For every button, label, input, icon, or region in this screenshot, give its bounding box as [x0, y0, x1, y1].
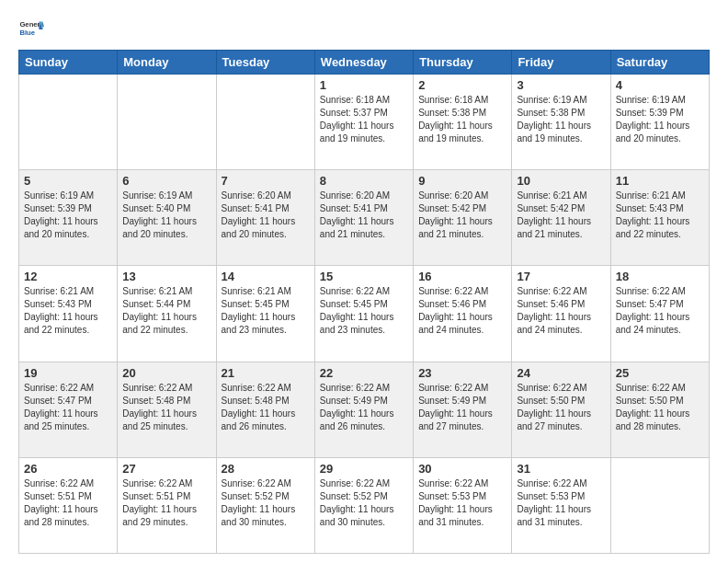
calendar-cell: 2Sunrise: 6:18 AMSunset: 5:38 PMDaylight…	[414, 75, 512, 170]
day-number: 7	[222, 174, 310, 188]
day-number: 9	[418, 174, 506, 188]
day-info: Sunrise: 6:20 AMSunset: 5:41 PMDaylight:…	[320, 190, 394, 239]
day-number: 18	[616, 270, 704, 283]
calendar-cell: 8Sunrise: 6:20 AMSunset: 5:41 PMDaylight…	[314, 170, 413, 266]
calendar-cell: 6Sunrise: 6:19 AMSunset: 5:40 PMDaylight…	[118, 170, 216, 266]
calendar-cell: 18Sunrise: 6:22 AMSunset: 5:47 PMDayligh…	[610, 266, 709, 362]
calendar-cell: 29Sunrise: 6:22 AMSunset: 5:52 PMDayligh…	[314, 457, 413, 553]
day-info: Sunrise: 6:22 AMSunset: 5:47 PMDaylight:…	[24, 383, 98, 431]
day-info: Sunrise: 6:22 AMSunset: 5:50 PMDaylight:…	[517, 383, 591, 431]
calendar-cell	[610, 457, 709, 553]
day-number: 8	[320, 174, 408, 188]
calendar-cell: 7Sunrise: 6:20 AMSunset: 5:41 PMDaylight…	[216, 170, 314, 266]
day-info: Sunrise: 6:21 AMSunset: 5:44 PMDaylight:…	[122, 286, 197, 335]
calendar-cell: 22Sunrise: 6:22 AMSunset: 5:49 PMDayligh…	[314, 362, 413, 457]
calendar-cell: 31Sunrise: 6:22 AMSunset: 5:53 PMDayligh…	[512, 457, 610, 553]
day-number: 21	[222, 366, 310, 380]
day-info: Sunrise: 6:21 AMSunset: 5:45 PMDaylight:…	[222, 286, 296, 335]
calendar-cell: 15Sunrise: 6:22 AMSunset: 5:45 PMDayligh…	[314, 266, 413, 362]
day-number: 11	[616, 174, 704, 188]
day-info: Sunrise: 6:22 AMSunset: 5:53 PMDaylight:…	[418, 478, 493, 527]
svg-text:Blue: Blue	[19, 29, 35, 37]
week-row-4: 19Sunrise: 6:22 AMSunset: 5:47 PMDayligh…	[19, 362, 710, 457]
calendar-cell: 1Sunrise: 6:18 AMSunset: 5:37 PMDaylight…	[314, 75, 413, 170]
day-number: 27	[122, 462, 210, 476]
day-info: Sunrise: 6:20 AMSunset: 5:42 PMDaylight:…	[418, 190, 493, 239]
calendar-cell: 23Sunrise: 6:22 AMSunset: 5:49 PMDayligh…	[414, 362, 512, 457]
calendar-cell	[118, 75, 216, 170]
calendar-cell: 5Sunrise: 6:19 AMSunset: 5:39 PMDaylight…	[19, 170, 118, 266]
day-info: Sunrise: 6:19 AMSunset: 5:38 PMDaylight:…	[517, 95, 591, 144]
day-info: Sunrise: 6:21 AMSunset: 5:43 PMDaylight:…	[616, 190, 690, 239]
logo: General Blue	[18, 15, 44, 42]
day-number: 3	[517, 78, 605, 92]
day-info: Sunrise: 6:21 AMSunset: 5:43 PMDaylight:…	[24, 286, 98, 335]
calendar-cell: 9Sunrise: 6:20 AMSunset: 5:42 PMDaylight…	[414, 170, 512, 266]
day-info: Sunrise: 6:22 AMSunset: 5:46 PMDaylight:…	[418, 286, 493, 335]
day-info: Sunrise: 6:22 AMSunset: 5:52 PMDaylight:…	[320, 478, 394, 527]
calendar-table: SundayMondayTuesdayWednesdayThursdayFrid…	[18, 50, 710, 554]
day-number: 24	[517, 366, 605, 380]
weekday-header-row: SundayMondayTuesdayWednesdayThursdayFrid…	[19, 51, 710, 75]
week-row-3: 12Sunrise: 6:21 AMSunset: 5:43 PMDayligh…	[19, 266, 710, 362]
day-number: 30	[418, 462, 506, 476]
calendar-cell	[19, 75, 118, 170]
day-info: Sunrise: 6:19 AMSunset: 5:39 PMDaylight:…	[24, 190, 98, 239]
day-info: Sunrise: 6:22 AMSunset: 5:45 PMDaylight:…	[320, 286, 394, 335]
day-number: 26	[24, 462, 112, 476]
calendar-cell: 28Sunrise: 6:22 AMSunset: 5:52 PMDayligh…	[216, 457, 314, 553]
day-number: 29	[320, 462, 408, 476]
calendar-cell: 13Sunrise: 6:21 AMSunset: 5:44 PMDayligh…	[118, 266, 216, 362]
day-number: 2	[418, 78, 506, 92]
day-info: Sunrise: 6:22 AMSunset: 5:52 PMDaylight:…	[222, 478, 296, 527]
day-info: Sunrise: 6:18 AMSunset: 5:37 PMDaylight:…	[320, 95, 394, 144]
day-info: Sunrise: 6:20 AMSunset: 5:41 PMDaylight:…	[222, 190, 296, 239]
day-info: Sunrise: 6:22 AMSunset: 5:51 PMDaylight:…	[24, 478, 98, 527]
calendar-cell: 14Sunrise: 6:21 AMSunset: 5:45 PMDayligh…	[216, 266, 314, 362]
weekday-header-monday: Monday	[118, 51, 216, 75]
day-number: 1	[320, 78, 408, 92]
calendar-cell: 25Sunrise: 6:22 AMSunset: 5:50 PMDayligh…	[610, 362, 709, 457]
weekday-header-tuesday: Tuesday	[216, 51, 314, 75]
calendar-cell: 19Sunrise: 6:22 AMSunset: 5:47 PMDayligh…	[19, 362, 118, 457]
weekday-header-wednesday: Wednesday	[314, 51, 413, 75]
calendar-cell	[216, 75, 314, 170]
calendar-cell: 30Sunrise: 6:22 AMSunset: 5:53 PMDayligh…	[414, 457, 512, 553]
calendar-cell: 26Sunrise: 6:22 AMSunset: 5:51 PMDayligh…	[19, 457, 118, 553]
day-number: 19	[24, 366, 112, 380]
calendar-cell: 20Sunrise: 6:22 AMSunset: 5:48 PMDayligh…	[118, 362, 216, 457]
day-info: Sunrise: 6:22 AMSunset: 5:46 PMDaylight:…	[517, 286, 591, 335]
calendar-cell: 24Sunrise: 6:22 AMSunset: 5:50 PMDayligh…	[512, 362, 610, 457]
weekday-header-saturday: Saturday	[610, 51, 709, 75]
day-number: 20	[122, 366, 210, 380]
day-info: Sunrise: 6:22 AMSunset: 5:49 PMDaylight:…	[320, 383, 394, 431]
calendar-cell: 10Sunrise: 6:21 AMSunset: 5:42 PMDayligh…	[512, 170, 610, 266]
day-info: Sunrise: 6:22 AMSunset: 5:51 PMDaylight:…	[122, 478, 197, 527]
day-number: 28	[222, 462, 310, 476]
calendar-cell: 21Sunrise: 6:22 AMSunset: 5:48 PMDayligh…	[216, 362, 314, 457]
calendar-cell: 27Sunrise: 6:22 AMSunset: 5:51 PMDayligh…	[118, 457, 216, 553]
day-info: Sunrise: 6:21 AMSunset: 5:42 PMDaylight:…	[517, 190, 591, 239]
day-info: Sunrise: 6:19 AMSunset: 5:39 PMDaylight:…	[616, 95, 690, 144]
page: General Blue SundayMondayTuesdayWednesda…	[0, 0, 728, 563]
week-row-2: 5Sunrise: 6:19 AMSunset: 5:39 PMDaylight…	[19, 170, 710, 266]
day-number: 16	[418, 270, 506, 283]
calendar-cell: 4Sunrise: 6:19 AMSunset: 5:39 PMDaylight…	[610, 75, 709, 170]
logo-icon: General Blue	[18, 17, 44, 42]
day-info: Sunrise: 6:22 AMSunset: 5:53 PMDaylight:…	[517, 478, 591, 527]
week-row-1: 1Sunrise: 6:18 AMSunset: 5:37 PMDaylight…	[19, 75, 710, 170]
weekday-header-thursday: Thursday	[414, 51, 512, 75]
calendar-cell: 11Sunrise: 6:21 AMSunset: 5:43 PMDayligh…	[610, 170, 709, 266]
day-number: 12	[24, 270, 112, 283]
day-number: 13	[122, 270, 210, 283]
day-number: 25	[616, 366, 704, 380]
day-number: 6	[122, 174, 210, 188]
day-info: Sunrise: 6:22 AMSunset: 5:48 PMDaylight:…	[222, 383, 296, 431]
header: General Blue	[18, 15, 710, 42]
day-info: Sunrise: 6:22 AMSunset: 5:48 PMDaylight:…	[122, 383, 197, 431]
calendar-cell: 16Sunrise: 6:22 AMSunset: 5:46 PMDayligh…	[414, 266, 512, 362]
weekday-header-sunday: Sunday	[19, 51, 118, 75]
week-row-5: 26Sunrise: 6:22 AMSunset: 5:51 PMDayligh…	[19, 457, 710, 553]
calendar-cell: 12Sunrise: 6:21 AMSunset: 5:43 PMDayligh…	[19, 266, 118, 362]
day-number: 10	[517, 174, 605, 188]
